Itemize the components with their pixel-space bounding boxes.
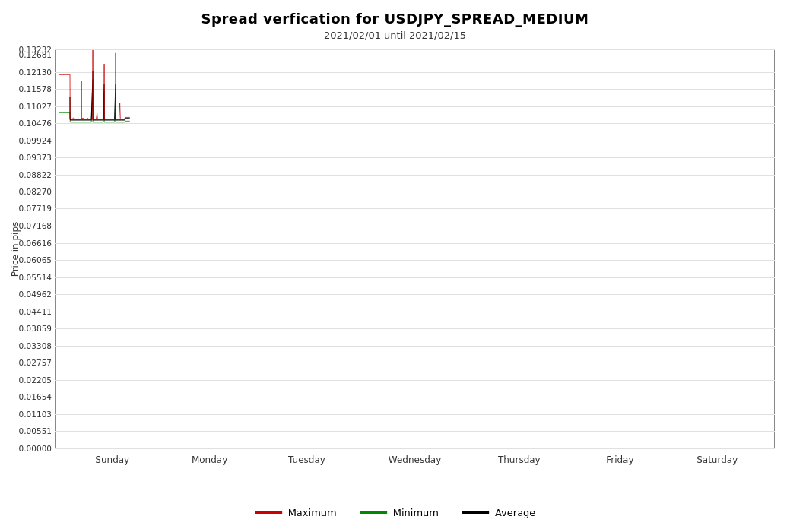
y-tick-label: 0.08270	[19, 187, 52, 196]
legend-line	[255, 511, 282, 514]
legend-line	[462, 511, 489, 514]
chart-subtitle: 2021/02/01 until 2021/02/15	[0, 30, 790, 41]
y-tick-label: 0.02205	[19, 375, 52, 385]
y-tick-label: 0.07168	[19, 221, 52, 230]
y-tick-label: 0.01103	[19, 410, 52, 419]
y-tick-label: 0.04962	[19, 290, 52, 299]
legend: MaximumMinimumAverage	[255, 507, 536, 518]
legend-item: Minimum	[360, 507, 439, 518]
y-tick-label: 0.03308	[19, 341, 52, 350]
legend-item: Average	[462, 507, 535, 518]
y-tick-label: 0.08822	[19, 170, 52, 179]
y-tick-label: 0.03859	[19, 324, 52, 333]
y-tick-label: 0.05514	[19, 273, 52, 282]
chart-container: Spread verfication for USDJPY_SPREAD_MED…	[0, 0, 790, 532]
y-tick-label: 0.06065	[19, 255, 52, 264]
x-tick-label: Thursday	[498, 454, 541, 465]
y-tick-label: 0.04411	[19, 307, 52, 316]
x-tick-label: Saturday	[696, 454, 738, 465]
y-tick-label: 0.10476	[19, 119, 52, 128]
y-tick-label: 0.00000	[19, 444, 52, 453]
legend-item: Maximum	[255, 507, 337, 518]
y-tick-label: 0.02757	[19, 358, 52, 367]
x-tick-label: Friday	[606, 454, 633, 465]
y-tick-label: 0.00551	[19, 426, 52, 435]
legend-label: Minimum	[393, 507, 439, 518]
x-tick-label: Sunday	[95, 454, 129, 465]
legend-line	[360, 511, 387, 514]
y-tick-label: 0.06616	[19, 239, 52, 248]
y-tick-label: 0.09373	[19, 153, 52, 162]
chart-title: Spread verfication for USDJPY_SPREAD_MED…	[0, 0, 790, 27]
chart-area: 0.000000.005510.011030.016540.022050.027…	[55, 49, 775, 448]
y-tick-label: 0.07719	[19, 204, 52, 213]
y-tick-label: 0.09924	[19, 136, 52, 145]
chart-svg	[55, 49, 775, 448]
y-tick-label: 0.11578	[19, 84, 52, 93]
x-tick-label: Monday	[192, 454, 227, 465]
y-tick-label: 0.11027	[19, 102, 52, 111]
y-tick-label: 0.01654	[19, 392, 52, 401]
x-tick-label: Wednesday	[389, 454, 441, 465]
legend-label: Average	[495, 507, 535, 518]
y-tick-label: 0.13232	[19, 45, 52, 54]
y-tick-label: 0.12130	[19, 68, 52, 77]
y-tick: 0.00000	[55, 448, 775, 449]
legend-label: Maximum	[288, 507, 337, 518]
x-tick-label: Tuesday	[288, 454, 325, 465]
